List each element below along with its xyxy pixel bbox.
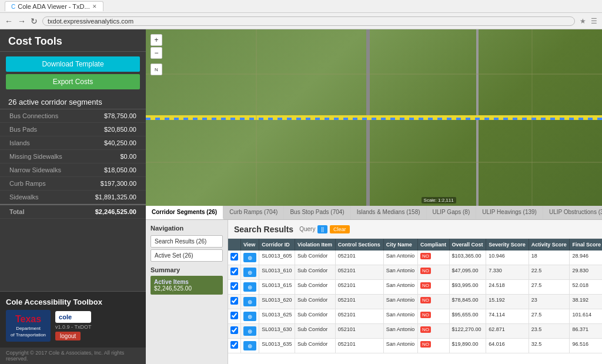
row-check[interactable]	[228, 309, 241, 324]
row-check[interactable]	[228, 251, 241, 265]
col-severity: Severity Score	[486, 239, 529, 251]
row-control: 052101	[335, 265, 383, 280]
row-view[interactable]	[241, 251, 259, 265]
north-arrow: N	[150, 64, 162, 75]
view-icon[interactable]	[243, 326, 256, 336]
row-compliant: NO	[417, 295, 449, 309]
tab-title: Cole ADA Viewer - TxD...	[18, 3, 89, 10]
navigation-item[interactable]: Search Results (26)	[150, 235, 223, 248]
view-icon[interactable]	[243, 282, 256, 292]
compliant-badge: NO	[420, 268, 431, 274]
row-view[interactable]	[241, 309, 259, 324]
row-checkbox[interactable]	[230, 326, 238, 334]
download-template-button[interactable]: Download Template	[6, 56, 140, 72]
row-check[interactable]	[228, 339, 241, 353]
row-violation: Sub Corridor	[295, 339, 336, 353]
tab-item[interactable]: ULIP Heavings (139)	[476, 206, 543, 219]
view-icon[interactable]	[243, 312, 256, 321]
cost-row: Curb Ramps$197,300.00	[0, 177, 146, 191]
center-area: + − N Scale: 1:2,111 Corridor Segments (…	[146, 29, 602, 364]
refresh-button[interactable]: ↻	[31, 16, 38, 26]
row-severity: 7.330	[486, 265, 529, 280]
export-costs-button[interactable]: Export Costs	[6, 74, 140, 89]
row-final: 28.946	[570, 251, 602, 265]
logout-button[interactable]: logout	[55, 332, 81, 340]
navigation-item[interactable]: Active Set (26)	[150, 249, 223, 262]
row-severity: 74.114	[486, 309, 529, 324]
row-control: 052101	[335, 295, 383, 309]
tab-item[interactable]: Corridor Segments (26)	[146, 206, 223, 219]
toolbox-title: Cole Accessibility Toolbox	[6, 298, 140, 306]
row-compliant: NO	[417, 280, 449, 295]
table-row[interactable]: SL0013_635 Sub Corridor 052101 San Anton…	[228, 339, 602, 353]
cost-value: $78,750.00	[104, 112, 136, 119]
cost-label: Bus Pads	[9, 126, 37, 133]
row-checkbox[interactable]	[230, 268, 238, 275]
cost-label: Total	[9, 208, 24, 215]
col-violation: Violation Item	[295, 239, 336, 251]
row-cost: $19,890.00	[449, 339, 486, 353]
row-city: San Antonio	[383, 309, 417, 324]
view-icon[interactable]	[243, 268, 256, 277]
table-row[interactable]: SL0013_630 Sub Corridor 052101 San Anton…	[228, 324, 602, 339]
col-compliant: Compliant	[417, 239, 449, 251]
nav-items: Search Results (26)Active Set (26)	[150, 235, 223, 262]
address-bar[interactable]: txdot.expressiveanalytics.com	[42, 16, 575, 26]
row-violation: Sub Corridor	[295, 295, 336, 309]
browser-toolbar: ← → ↻ txdot.expressiveanalytics.com ★ ☰	[0, 13, 602, 29]
row-checkbox[interactable]	[230, 297, 238, 305]
row-check[interactable]	[228, 295, 241, 309]
browser-tab[interactable]: C Cole ADA Viewer - TxD... ✕	[5, 1, 103, 11]
row-checkbox[interactable]	[230, 253, 238, 261]
row-checkbox[interactable]	[230, 312, 238, 319]
cost-value: $1,891,325.00	[95, 193, 136, 201]
tab-close-icon[interactable]: ✕	[92, 4, 97, 9]
row-view[interactable]	[241, 265, 259, 280]
table-row[interactable]: SL0013_615 Sub Corridor 052101 San Anton…	[228, 280, 602, 295]
table-row[interactable]: SL0013_605 Sub Corridor 052101 San Anton…	[228, 251, 602, 265]
row-violation: Sub Corridor	[295, 280, 336, 295]
row-checkbox[interactable]	[230, 282, 238, 290]
row-checkbox[interactable]	[230, 341, 238, 349]
tab-item[interactable]: Curb Ramps (704)	[223, 206, 284, 219]
row-view[interactable]	[241, 280, 259, 295]
bookmark-icon[interactable]: ★	[580, 17, 586, 25]
table-row[interactable]: SL0013_620 Sub Corridor 052101 San Anton…	[228, 295, 602, 309]
zoom-out-button[interactable]: −	[150, 47, 162, 59]
tab-item[interactable]: Islands & Medians (158)	[351, 206, 427, 219]
row-check[interactable]	[228, 265, 241, 280]
settings-icon[interactable]: ☰	[591, 17, 597, 25]
compliant-badge: NO	[420, 297, 431, 303]
row-city: San Antonio	[383, 265, 417, 280]
query-button[interactable]: ||	[317, 225, 327, 233]
forward-button[interactable]: →	[18, 16, 26, 26]
row-violation: Sub Corridor	[295, 265, 336, 280]
cost-row: Narrow Sidewalks$18,050.00	[0, 163, 146, 177]
tab-item[interactable]: ULIP Gaps (8)	[427, 206, 477, 219]
view-icon[interactable]	[243, 297, 256, 306]
view-icon[interactable]	[243, 341, 256, 350]
row-check[interactable]	[228, 324, 241, 339]
bottom-panel: Navigation Search Results (26)Active Set…	[146, 220, 602, 364]
results-table-body: SL0013_605 Sub Corridor 052101 San Anton…	[228, 251, 602, 353]
row-check[interactable]	[228, 280, 241, 295]
back-button[interactable]: ←	[5, 16, 13, 26]
row-corridor-id: SL0013_615	[259, 280, 295, 295]
clear-button[interactable]: Clear	[330, 225, 350, 233]
cost-row: Bus Pads$20,850.00	[0, 123, 146, 136]
table-row[interactable]: SL0013_610 Sub Corridor 052101 San Anton…	[228, 265, 602, 280]
tab-item[interactable]: ULIP Obstructions (3)	[543, 206, 602, 219]
tab-item[interactable]: Bus Stop Pads (704)	[284, 206, 350, 219]
row-violation: Sub Corridor	[295, 324, 336, 339]
row-view[interactable]	[241, 295, 259, 309]
grid-line-4	[531, 29, 533, 206]
row-view[interactable]	[241, 339, 259, 353]
segments-count: 26 active corridor segments	[0, 94, 146, 109]
zoom-in-button[interactable]: +	[150, 34, 162, 46]
view-icon[interactable]	[243, 253, 256, 262]
row-control: 052101	[335, 309, 383, 324]
table-row[interactable]: SL0013_625 Sub Corridor 052101 San Anton…	[228, 309, 602, 324]
cost-label: Islands	[9, 139, 30, 146]
row-view[interactable]	[241, 324, 259, 339]
row-cost: $93,995.00	[449, 280, 486, 295]
